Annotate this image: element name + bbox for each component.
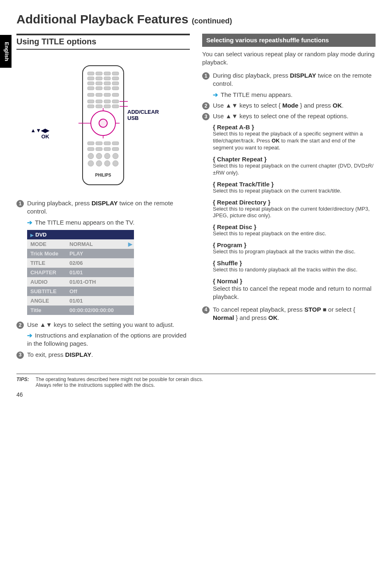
option-block: { Repeat Disc }Select this to repeat pla… bbox=[213, 223, 376, 237]
rstep2-a: Use ▲▼ keys to select { bbox=[213, 102, 282, 109]
table-value: NORMAL▶ bbox=[66, 239, 134, 249]
tips-text-1: The operating features described here mi… bbox=[36, 377, 203, 382]
svg-rect-7 bbox=[104, 77, 111, 80]
table-row: Trick ModePLAY bbox=[27, 249, 134, 258]
svg-rect-23 bbox=[104, 100, 111, 103]
svg-rect-2 bbox=[96, 72, 102, 75]
svg-rect-13 bbox=[88, 87, 94, 90]
rstep4-c: or select { bbox=[326, 306, 355, 313]
table-key: AUDIO bbox=[27, 277, 66, 287]
page-number: 46 bbox=[16, 391, 376, 398]
svg-rect-21 bbox=[88, 100, 94, 103]
table-row: ANGLE01/01 bbox=[27, 296, 134, 305]
svg-rect-14 bbox=[96, 87, 102, 90]
rstep4-b: STOP bbox=[304, 306, 321, 313]
table-value: 02/06 bbox=[66, 258, 134, 268]
svg-rect-9 bbox=[88, 82, 94, 85]
option-desc: Select this to randomly playback all the… bbox=[213, 266, 376, 273]
option-block: { Repeat Directory }Select this to repea… bbox=[213, 199, 376, 220]
table-row: AUDIO01/01-OTH bbox=[27, 277, 134, 287]
svg-rect-10 bbox=[96, 82, 102, 85]
svg-rect-28 bbox=[112, 105, 119, 108]
nav-keys-label: ▲▼◀▶ OK bbox=[25, 127, 49, 140]
svg-rect-38 bbox=[112, 142, 119, 145]
rstep1-sub: The TITLE menu appears. bbox=[221, 91, 293, 98]
option-block: { Repeat Track/Title }Select this to rep… bbox=[213, 181, 376, 195]
step-badge-3: 3 bbox=[202, 113, 210, 120]
svg-rect-12 bbox=[112, 82, 119, 85]
svg-point-50 bbox=[113, 161, 118, 166]
step1-display: DISPLAY bbox=[92, 200, 118, 207]
step2-sub-text: Instructions and explanation of the opti… bbox=[27, 332, 187, 347]
remote-svg: PHILIPS bbox=[78, 64, 128, 187]
right-step-1: 1 During disc playback, press DISPLAY tw… bbox=[202, 71, 376, 88]
bold-keyword: OK bbox=[272, 138, 280, 144]
svg-point-45 bbox=[104, 153, 110, 159]
rstep1-a: During disc playback, press bbox=[213, 72, 290, 79]
rstep3-text: Use ▲▼ keys to select one of the repeat … bbox=[213, 112, 348, 120]
rstep4-f: OK bbox=[268, 314, 278, 321]
svg-rect-11 bbox=[104, 82, 111, 85]
option-title: { Repeat Directory } bbox=[213, 199, 376, 206]
step-badge-4: 4 bbox=[202, 306, 210, 314]
svg-rect-3 bbox=[104, 72, 111, 75]
svg-rect-37 bbox=[104, 142, 111, 145]
table-row: CHAPTER01/01 bbox=[27, 268, 134, 277]
option-title: { Shuffle } bbox=[213, 260, 376, 266]
svg-rect-27 bbox=[104, 105, 111, 108]
page-title-main: Additional Playback Features bbox=[16, 12, 188, 26]
svg-text:PHILIPS: PHILIPS bbox=[95, 173, 111, 177]
table-row: TITLE02/06 bbox=[27, 258, 134, 268]
table-row: MODENORMAL▶ bbox=[27, 239, 134, 249]
svg-rect-41 bbox=[104, 147, 111, 151]
step1-text-a: During playback, press bbox=[27, 200, 92, 207]
option-block: { Chapter Repeat }Select this to repeat … bbox=[213, 156, 376, 177]
option-title: { Repeat Track/Title } bbox=[213, 181, 376, 188]
dvd-header: DVD bbox=[35, 232, 46, 238]
svg-point-48 bbox=[96, 161, 102, 166]
left-step-2: 2 Use ▲▼ keys to select the setting you … bbox=[16, 321, 190, 329]
svg-rect-25 bbox=[88, 105, 94, 108]
tips-bar: TIPS: The operating features described h… bbox=[16, 374, 376, 388]
language-tab: English bbox=[0, 35, 12, 68]
rstep1-b: DISPLAY bbox=[290, 72, 316, 79]
step-badge-2: 2 bbox=[16, 322, 24, 329]
table-key: ANGLE bbox=[27, 296, 66, 305]
step1-sub-text: The TITLE menu appears on the TV. bbox=[35, 219, 134, 226]
option-desc: Select this to repeat playback on the cu… bbox=[213, 188, 376, 195]
svg-point-44 bbox=[96, 153, 102, 159]
rstep2-c: } and press bbox=[298, 102, 332, 109]
right-step-1-sub: ➔The TITLE menu appears. bbox=[202, 91, 376, 99]
rstep2-d: OK bbox=[332, 102, 342, 109]
add-clear-usb-label: ADD/CLEAR USB bbox=[127, 109, 159, 121]
left-step-1-sub: ➔The TITLE menu appears on the TV. bbox=[16, 218, 190, 227]
option-block: { Repeat A-B }Select this to repeat the … bbox=[213, 124, 376, 152]
table-value: 01/01 bbox=[66, 268, 134, 277]
rstep4-d: Normal bbox=[213, 314, 234, 321]
select-arrow-icon: ▶ bbox=[128, 241, 132, 247]
svg-point-43 bbox=[88, 153, 94, 159]
svg-rect-4 bbox=[112, 72, 119, 75]
left-step-2-sub: ➔Instructions and explanation of the opt… bbox=[16, 331, 190, 348]
arrow-icon: ➔ bbox=[213, 91, 218, 98]
table-value: 00:00:02/00:00:00 bbox=[66, 305, 134, 315]
table-value: 01/01 bbox=[66, 296, 134, 305]
arrow-icon: ➔ bbox=[27, 332, 32, 339]
svg-rect-17 bbox=[88, 93, 94, 96]
left-step-1: 1 During playback, press DISPLAY twice o… bbox=[16, 199, 190, 216]
svg-rect-39 bbox=[88, 147, 94, 151]
table-row: Title00:00:02/00:00:00 bbox=[27, 305, 134, 315]
svg-rect-6 bbox=[96, 77, 102, 80]
table-value: Off bbox=[66, 287, 134, 296]
step3-text-a: To exit, press bbox=[27, 351, 65, 358]
remote-illustration: ▲▼◀▶ OK bbox=[16, 55, 190, 199]
section-heading-wrap: Using TITLE options bbox=[16, 34, 190, 50]
table-key: MODE bbox=[27, 239, 66, 249]
svg-point-47 bbox=[88, 161, 94, 166]
svg-rect-24 bbox=[112, 100, 119, 103]
usb-text: USB bbox=[127, 115, 138, 121]
option-title: { Program } bbox=[213, 241, 376, 248]
page-title-continued: (continued) bbox=[192, 17, 232, 25]
option-title: { Repeat A-B } bbox=[213, 124, 376, 131]
option-desc: Select this to repeat the playback of a … bbox=[213, 131, 376, 152]
